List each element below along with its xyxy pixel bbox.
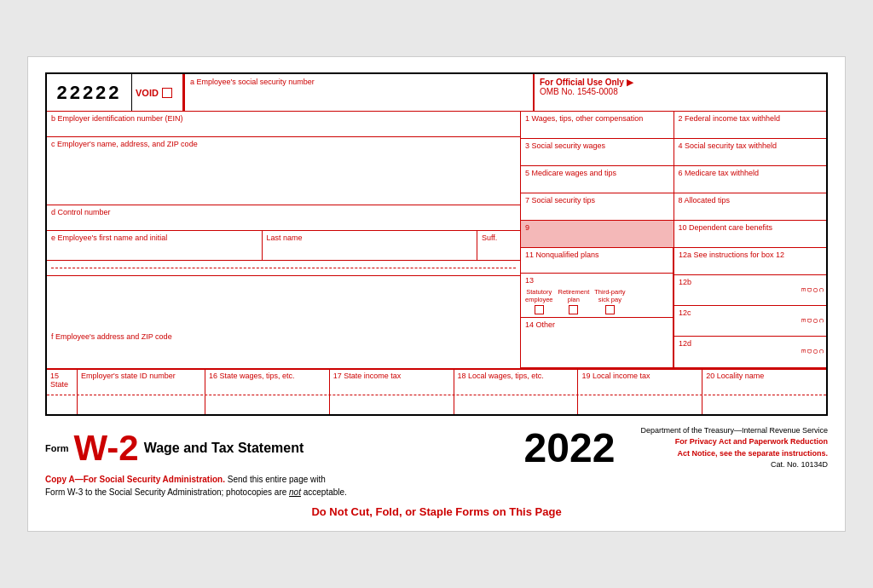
row-7-8: 7 Social security tips 8 Allocated tips [521, 193, 826, 221]
box10: 10 Dependent care benefits [674, 221, 827, 247]
box15b-label: Employer's state ID number [81, 372, 201, 380]
box6: 6 Medicare tax withheld [674, 166, 827, 193]
footer-top: Form W-2 Wage and Tax Statement 2022 Dep… [45, 424, 828, 471]
first-name-cell: e Employee's first name and initial [47, 231, 263, 260]
box15-label: 15 State [50, 372, 73, 389]
omb-text: OMB No. 1545-0008 [540, 87, 821, 96]
state-data-17 [330, 395, 454, 414]
box17-label: 17 State income tax [333, 372, 450, 380]
row-f: f Employee's address and ZIP code [47, 276, 520, 344]
box13-label: 13 [525, 276, 668, 285]
copy-a-text1: Send this entire page with [228, 475, 326, 484]
do-not-cut-area: Do Not Cut, Fold, or Staple Forms on Thi… [45, 504, 828, 519]
left-section: b Employer identification number (EIN) c… [47, 112, 521, 368]
b-label: b Employer identification number (EIN) [51, 114, 516, 123]
form-id: 22222 [47, 74, 132, 111]
do-not-cut: Do Not Cut, Fold, or Staple Forms on Thi… [311, 505, 561, 518]
wage-tax-statement: Wage and Tax Statement [144, 441, 304, 456]
box13-thirdparty: Third-partysick pay [594, 288, 625, 314]
statutory-checkbox[interactable] [535, 305, 544, 314]
box20: 20 Locality name [702, 370, 826, 395]
right-section: 1 Wages, tips, other compensation 2 Fede… [521, 112, 826, 368]
box6-label: 6 Medicare tax withheld [679, 169, 823, 177]
box13-statutory: Statutoryemployee [525, 288, 553, 314]
row-3-4: 3 Social security wages 4 Social securit… [521, 139, 826, 166]
box12c-label: 12c [679, 308, 822, 317]
top-row: 22222 VOID a Employee's social security … [47, 74, 826, 112]
code-label-d: CODE [801, 349, 824, 355]
box10-label: 10 Dependent care benefits [679, 223, 823, 232]
box12a-label: 12a See instructions for box 12 [679, 251, 822, 259]
box2: 2 Federal income tax withheld [674, 112, 827, 138]
w2-form: 22222 VOID a Employee's social security … [45, 72, 828, 416]
dashed-area [47, 261, 520, 276]
irs-info: Department of the Treasury—Internal Reve… [640, 425, 828, 471]
box14-label: 14 Other [525, 320, 668, 329]
last-name-cell: Last name [263, 231, 478, 260]
box12b-label: 12b [679, 278, 822, 286]
box5-label: 5 Medicare wages and tips [525, 169, 669, 177]
official-use-text: For Official Use Only ▶ [540, 78, 821, 87]
box13: 13 Statutoryemployee Retirementplan [521, 274, 673, 318]
box3: 3 Social security wages [521, 139, 674, 165]
state-data-row [47, 395, 826, 414]
suff-cell: Suff. [477, 231, 520, 260]
box12d-label: 12d [679, 339, 822, 348]
box3-label: 3 Social security wages [525, 141, 669, 150]
box20-label: 20 Locality name [706, 372, 823, 380]
copy-a-bold: Copy A—For Social Security Administratio… [45, 475, 225, 484]
row-5-6: 5 Medicare wages and tips 6 Medicare tax… [521, 166, 826, 193]
state-data-18 [454, 395, 579, 414]
d-label: d Control number [51, 208, 516, 216]
void-checkbox[interactable] [162, 88, 172, 98]
state-data-16 [205, 395, 330, 414]
row-1-2: 1 Wages, tips, other compensation 2 Fede… [521, 112, 826, 139]
w2-title: W-2 [74, 430, 139, 466]
not-word: not [289, 487, 301, 497]
box4-label: 4 Social security tax withheld [679, 141, 823, 150]
box13-stat-label: Statutoryemployee [525, 288, 553, 303]
box13-ret-label: Retirementplan [558, 288, 590, 303]
row-b: b Employer identification number (EIN) [47, 112, 520, 137]
box18-label: 18 Local wages, tips, etc. [458, 372, 575, 380]
code-label-b: CODE [801, 287, 824, 292]
state-data-15b [78, 395, 205, 414]
retirement-checkbox[interactable] [569, 305, 578, 314]
box7: 7 Social security tips [521, 193, 674, 220]
box16-label: 16 State wages, tips, etc. [209, 372, 326, 380]
box4: 4 Social security tax withheld [674, 139, 827, 165]
act-label: Act Notice, see the separate instruction… [640, 448, 828, 460]
box19: 19 Local income tax [578, 370, 702, 395]
f-label: f Employee's address and ZIP code [51, 332, 172, 341]
box17: 17 State income tax [330, 370, 454, 395]
code-label-c: CODE [801, 318, 824, 323]
cat-no: Cat. No. 10134D [640, 459, 828, 471]
copy-a-text2: Form W-3 to the Social Security Administ… [45, 487, 286, 497]
state-data-15 [47, 395, 78, 414]
row-11-12: 11 Nonqualified plans 13 Statutoryemploy… [521, 248, 826, 368]
void-label: VOID [136, 88, 159, 98]
state-data-19 [578, 395, 702, 414]
footer-bottom: Copy A—For Social Security Administratio… [45, 473, 828, 499]
box9-label: 9 [525, 223, 669, 232]
state-header-row: 15 State Employer's state ID number 16 S… [47, 369, 826, 395]
thirdparty-checkbox[interactable] [605, 305, 615, 314]
tax-year: 2022 [524, 424, 616, 471]
box13-retirement: Retirementplan [558, 288, 590, 314]
state-section: 15 State Employer's state ID number 16 S… [47, 369, 826, 414]
official-use-cell: For Official Use Only ▶ OMB No. 1545-000… [535, 74, 826, 111]
box7-label: 7 Social security tips [525, 196, 669, 205]
box1-label: 1 Wages, tips, other compensation [525, 114, 669, 123]
row-9-10: 9 10 Dependent care benefits [521, 221, 826, 248]
box12a: 12a See instructions for box 12 [674, 248, 826, 275]
box19-label: 19 Local income tax [581, 372, 698, 380]
box2-label: 2 Federal income tax withheld [679, 114, 823, 123]
irs-dept: Department of the Treasury—Internal Reve… [640, 425, 828, 437]
c-label: c Employer's name, address, and ZIP code [51, 140, 516, 148]
box12c: 12c CODE [674, 306, 826, 337]
box8-label: 8 Allocated tips [679, 196, 823, 205]
ssn-label: a Employee's social security number [190, 78, 528, 86]
e-label: e Employee's first name and initial [51, 233, 257, 242]
box12b: 12b CODE [674, 275, 826, 306]
privacy-label: For Privacy Act and Paperwork Reduction [640, 436, 828, 448]
